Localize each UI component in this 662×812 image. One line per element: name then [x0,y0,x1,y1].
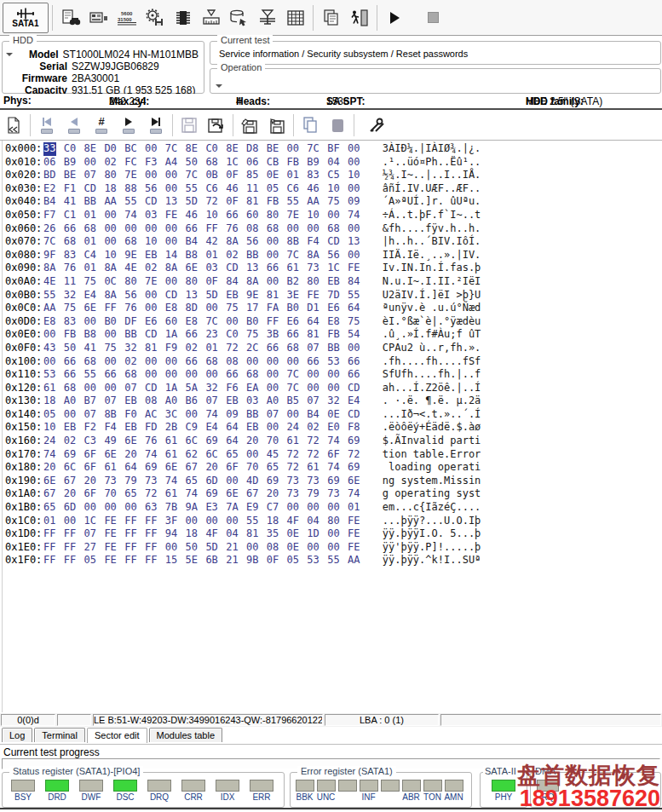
hex-byte[interactable]: 00 [267,249,287,262]
hex-byte[interactable]: 9E [246,289,267,302]
hex-byte[interactable]: 66 [287,328,308,342]
hex-byte[interactable]: F2 [84,421,105,435]
hex-byte[interactable]: 01 [287,169,308,182]
hex-byte[interactable]: 64 [307,315,327,329]
hex-byte[interactable]: 80 [124,275,145,289]
hex-byte[interactable]: 56 [124,289,145,302]
hex-byte[interactable]: 68 [64,235,84,249]
hex-byte[interactable]: 3F [165,515,186,528]
hex-byte[interactable]: 68 [287,342,308,355]
hex-ascii[interactable]: N.u.I~.I.II.²IëI [383,275,481,289]
hex-byte[interactable]: 3B [267,328,287,342]
hex-byte[interactable]: 00 [267,421,287,435]
hex-byte[interactable]: F4 [307,235,327,249]
first-sector-button[interactable] [33,112,60,138]
hex-byte[interactable]: 8A [104,262,124,275]
hex-byte[interactable]: 00 [104,501,124,515]
hex-byte[interactable]: 7C [307,142,327,156]
hex-byte[interactable]: 0F [226,195,246,209]
hex-byte[interactable]: 6D [205,475,226,488]
hex-byte[interactable]: 68 [84,222,105,236]
hex-byte[interactable]: 7C [205,315,226,329]
hex-byte[interactable]: 20 [205,461,226,475]
hex-byte[interactable]: 1A [165,328,186,342]
hex-byte[interactable]: 11 [64,275,84,289]
hex-byte[interactable]: 20 [64,487,84,501]
hex-byte[interactable]: FF [104,302,124,315]
hex-byte[interactable]: 75 [226,302,246,315]
hex-byte[interactable]: 32 [205,382,226,395]
service-save-button[interactable] [141,3,169,32]
hex-byte[interactable]: 00 [348,182,368,196]
hex-byte[interactable]: BC [124,142,145,156]
hex-byte[interactable]: BD [43,169,64,182]
hex-byte[interactable]: 00 [104,222,124,236]
hex-byte[interactable]: 73 [287,487,308,501]
hex-byte[interactable]: 62 [186,448,206,462]
hex-ascii[interactable]: SfUfh....fh.|..f [383,368,481,382]
hex-byte[interactable]: 10 [43,421,64,435]
hex-byte[interactable]: 00 [307,368,327,382]
hex-byte[interactable]: E4 [205,421,226,435]
hex-ascii[interactable]: .û¸.»Í.f#Àu;f ûT [383,328,481,342]
hex-byte[interactable]: FE [104,515,124,528]
hex-byte[interactable]: 02 [124,355,145,369]
utility-button[interactable] [84,3,112,32]
hex-byte[interactable]: FF [64,541,84,555]
hex-byte[interactable]: 26 [43,222,64,236]
hex-byte[interactable]: 67 [64,475,84,488]
hex-byte[interactable]: 67 [43,487,64,501]
hex-byte[interactable]: 00 [186,368,206,382]
hex-byte[interactable]: 6F [84,487,105,501]
hex-byte[interactable]: 73 [327,487,348,501]
hex-byte[interactable]: 66 [64,222,84,236]
hex-byte[interactable]: 00 [165,275,186,289]
hex-byte[interactable]: 8A [246,275,267,289]
hex-byte[interactable]: 61 [165,435,186,448]
hex-byte[interactable]: FF [124,527,145,541]
hex-byte[interactable]: 72 [226,342,246,355]
hex-byte[interactable]: 09 [226,408,246,422]
hex-byte[interactable]: B2 [287,275,308,289]
hex-byte[interactable]: B9 [307,156,327,170]
hex-byte[interactable]: BB [246,408,267,422]
hex-byte[interactable]: F7 [43,209,64,222]
hex-byte[interactable]: 02 [186,342,206,355]
hex-byte[interactable]: C0 [205,142,226,156]
hex-byte[interactable]: E9 [246,501,267,515]
hdd-passport-button[interactable] [56,3,84,32]
hex-byte[interactable]: 83 [64,315,84,329]
hex-byte[interactable]: BB [327,342,348,355]
hex-byte[interactable]: 74 [165,475,186,488]
hex-byte[interactable]: 7D [327,289,348,302]
hex-byte[interactable]: F0 [124,408,145,422]
hex-byte[interactable]: 00 [327,209,348,222]
hex-byte[interactable]: F3 [145,156,165,170]
hex-byte[interactable]: 69 [205,435,226,448]
hex-byte[interactable]: 6C [186,435,206,448]
hex-byte[interactable]: B9 [64,156,84,170]
hex-byte[interactable]: 00 [287,222,308,236]
hex-byte[interactable]: 35 [267,527,287,541]
hex-byte[interactable]: 6F [84,448,105,462]
exit-button[interactable] [345,3,373,32]
hex-byte[interactable]: 00 [145,289,165,302]
hex-byte[interactable]: 6E [348,475,368,488]
hex-byte[interactable]: FF [64,554,84,567]
hex-byte[interactable]: 00 [327,527,348,541]
hex-byte[interactable]: 75 [246,328,267,342]
hex-ascii[interactable]: em...c{IãzéÇ.... [383,501,481,515]
hex-byte[interactable]: 00 [104,235,124,249]
hex-byte[interactable]: 74 [124,209,145,222]
hex-byte[interactable]: FF [43,554,64,567]
hex-byte[interactable]: CD [145,328,165,342]
hex-byte[interactable]: E6 [145,315,165,329]
hex-byte[interactable]: BB [124,328,145,342]
hex-byte[interactable]: 80 [327,515,348,528]
hex-byte[interactable]: 04 [226,527,246,541]
hex-byte[interactable]: FE [348,262,368,275]
hex-byte[interactable]: FD [145,421,165,435]
hex-byte[interactable]: 42 [205,235,226,249]
hex-byte[interactable]: 75 [84,275,105,289]
hex-byte[interactable]: 07 [307,342,327,355]
